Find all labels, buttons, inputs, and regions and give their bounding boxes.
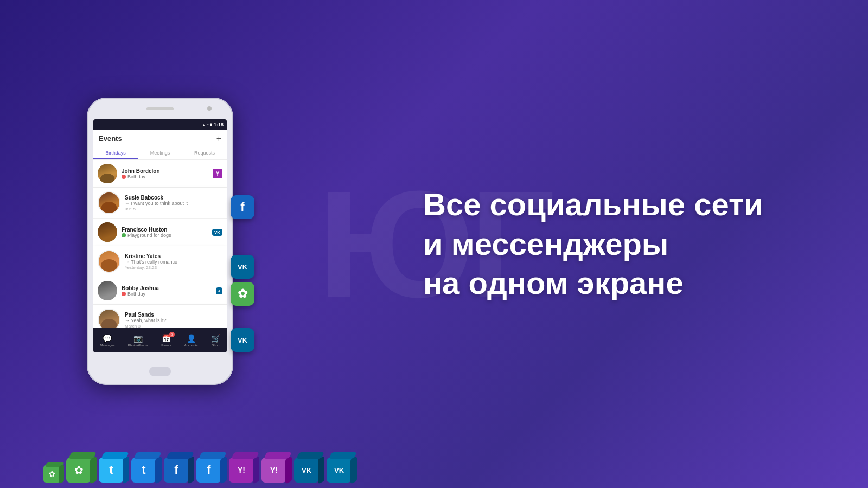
nav-events-label: Events: [161, 344, 171, 347]
avatar-john: [98, 164, 117, 183]
side-card-facebook: f: [231, 195, 254, 219]
nav-photos[interactable]: 📷 Photo Albums: [128, 334, 148, 347]
conv-sub-bobby: Birthday: [127, 291, 145, 297]
cube-face-front: ✿: [66, 458, 91, 483]
conv-sub-susie: ← I want you to think about it: [125, 201, 222, 206]
hero-text: Все социальные сети и мессенджеры на одн…: [423, 185, 763, 303]
cube-face-right: [253, 456, 259, 484]
tab-meetings[interactable]: Meetings: [138, 147, 182, 159]
right-section: Все социальные сети и мессенджеры на одн…: [380, 0, 868, 488]
birthday-dot-bobby: [122, 292, 126, 296]
tab-requests[interactable]: Requests: [182, 147, 227, 159]
tabs-row: Birthdays Meetings Requests: [93, 147, 227, 160]
cube-face-front: Y!: [261, 458, 286, 483]
phone-speaker: [146, 107, 174, 110]
cube-yahoo-2: Y!: [261, 452, 292, 483]
conv-info-john: John Bordelon Birthday: [122, 168, 208, 179]
cube-face-front: VK: [327, 458, 352, 483]
cube-green-large: ✿: [66, 452, 97, 483]
cubes-container: ✿ ✿ t t f f Y! Y!: [43, 452, 357, 483]
nav-events[interactable]: 📅 3 Events: [161, 334, 171, 347]
cube-twitter-2: t: [131, 452, 162, 483]
nav-messages[interactable]: 💬 Messages: [100, 334, 114, 347]
avatar-bobby: [98, 281, 117, 300]
conv-time-kristine: Yesterday, 23:23: [125, 265, 222, 270]
add-event-button[interactable]: +: [216, 134, 221, 144]
birthday-dot: [122, 175, 126, 179]
cube-yahoo-1: Y!: [229, 452, 259, 483]
conv-info-bobby: Bobby Joshua Birthday: [122, 285, 212, 297]
photos-icon: 📷: [133, 334, 143, 343]
conv-sub-john: Birthday: [127, 174, 145, 179]
conv-name-bobby: Bobby Joshua: [122, 285, 212, 291]
wifi-icon: ⌁: [207, 123, 209, 127]
conv-badge-francisco: VK: [212, 229, 222, 236]
conv-sub-kristine: → That's really romantic: [125, 259, 222, 265]
phone-wrapper: ▲ ⌁ ▮ 1:18 Events + Birthdays Meetings R…: [71, 70, 244, 396]
side-card-flower: ✿: [231, 282, 254, 306]
cube-twitter-1: t: [99, 452, 129, 483]
conv-name-john: John Bordelon: [122, 168, 208, 174]
status-time: 1:18: [214, 122, 224, 127]
cube-face-front: VK: [294, 458, 319, 483]
conv-item-bobby[interactable]: Bobby Joshua Birthday J: [93, 277, 227, 305]
status-icons: ▲ ⌁ ▮: [202, 123, 212, 127]
cube-face-right: [285, 456, 292, 484]
events-header: Events +: [93, 130, 227, 147]
phone-body: ▲ ⌁ ▮ 1:18 Events + Birthdays Meetings R…: [87, 98, 233, 385]
events-title: Events: [99, 134, 122, 143]
nav-accounts[interactable]: 👤 Accounts: [184, 334, 198, 347]
bottom-nav: 💬 Messages 📷 Photo Albums 📅 3 Events 👤: [93, 328, 227, 352]
conv-badge-bobby: J: [216, 287, 222, 294]
nav-shop[interactable]: 🛒 Shop: [211, 334, 220, 347]
conv-info-francisco: Francisco Huston Playground for dogs: [122, 227, 208, 238]
conv-item-kristine[interactable]: Kristine Yates → That's really romantic …: [93, 246, 227, 277]
hero-line-1: Все социальные сети: [423, 185, 763, 224]
signal-icon: ▲: [202, 123, 206, 127]
conv-name-susie: Susie Babcock: [125, 195, 222, 201]
nav-photos-label: Photo Albums: [128, 344, 148, 347]
conv-name-kristine: Kristine Yates: [125, 253, 222, 259]
vk-icon-2: VK: [238, 336, 247, 344]
conv-birthday-john: Birthday: [122, 174, 208, 179]
vk-icon-1: VK: [238, 263, 247, 271]
avatar-francisco: [98, 222, 117, 242]
accounts-icon: 👤: [187, 334, 196, 343]
cube-face-right: [59, 464, 64, 483]
conv-loc-francisco: Playground for dogs: [122, 233, 208, 238]
conv-item-susie[interactable]: Susie Babcock ← I want you to think abou…: [93, 188, 227, 219]
cube-face-front: f: [196, 458, 221, 483]
cube-face-right: [123, 456, 129, 484]
cube-face-right: [220, 456, 227, 484]
conv-item-francisco[interactable]: Francisco Huston Playground for dogs VK: [93, 219, 227, 246]
tab-birthdays[interactable]: Birthdays: [93, 147, 138, 159]
nav-accounts-label: Accounts: [184, 344, 198, 347]
cube-facebook-1: f: [164, 452, 194, 483]
conv-item-john[interactable]: John Bordelon Birthday Y: [93, 160, 227, 188]
conv-name-francisco: Francisco Huston: [122, 227, 208, 233]
cube-face-front: t: [99, 458, 124, 483]
location-dot: [122, 233, 126, 237]
left-section: ▲ ⌁ ▮ 1:18 Events + Birthdays Meetings R…: [0, 0, 315, 488]
cube-face-right: [318, 456, 324, 484]
cube-vk-2: VK: [327, 452, 357, 483]
flower-icon: ✿: [238, 287, 247, 301]
phone-home-button[interactable]: [149, 367, 171, 376]
avatar-kristine: [98, 250, 120, 273]
side-card-vk-1: VK: [231, 255, 254, 279]
conv-info-susie: Susie Babcock ← I want you to think abou…: [125, 195, 222, 211]
facebook-icon: f: [240, 200, 244, 214]
conv-name-paul: Paul Sands: [125, 312, 222, 318]
conv-sub-francisco: Playground for dogs: [127, 233, 171, 238]
nav-messages-label: Messages: [100, 344, 114, 347]
messages-icon: 💬: [103, 334, 112, 343]
cube-vk-1: VK: [294, 452, 324, 483]
hero-line-2: и мессенджеры: [423, 224, 763, 264]
phone-screen: ▲ ⌁ ▮ 1:18 Events + Birthdays Meetings R…: [93, 119, 227, 352]
cube-face-front: ✿: [43, 465, 61, 483]
cube-face-right: [350, 456, 357, 484]
conv-info-paul: Paul Sands → Yeah, what is it? March 3: [125, 312, 222, 329]
conv-birthday-bobby: Birthday: [122, 291, 212, 297]
shop-icon: 🛒: [211, 334, 220, 343]
cube-face-right: [155, 456, 162, 484]
